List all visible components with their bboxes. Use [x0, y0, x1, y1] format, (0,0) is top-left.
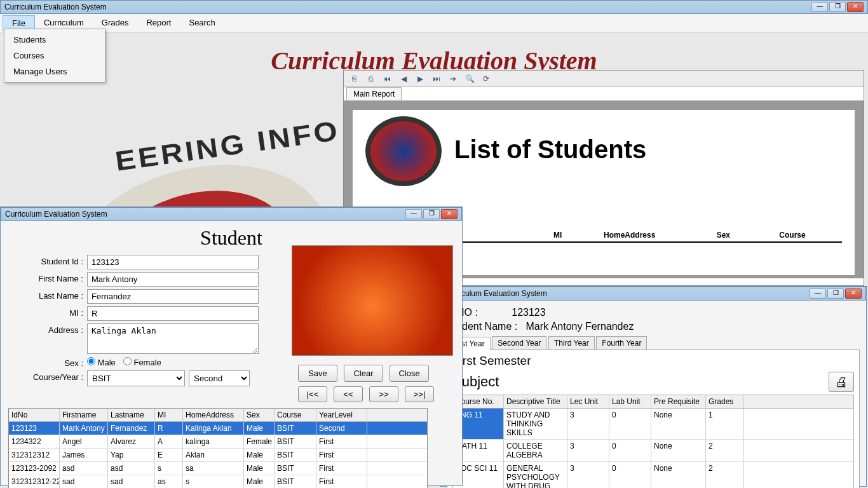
report-tab-main[interactable]: Main Report — [346, 87, 402, 100]
col-sex: Sex — [717, 231, 780, 240]
subject-titlebar: Curriculum Evaluation System — ❐ ✕ — [440, 287, 866, 301]
hdr-course: Course — [275, 409, 316, 421]
minimize-button[interactable]: — — [811, 2, 828, 12]
student-photo — [292, 245, 453, 356]
student-titlebar: Curriculum Evaluation System — ❐ ✕ — [1, 207, 462, 221]
nav-last-icon[interactable]: ⏭ — [431, 74, 442, 84]
label-course-year: Course/Year : — [1, 370, 87, 382]
hdr-homeaddress: HomeAddress — [183, 409, 244, 421]
idno-value: 123123 — [512, 307, 545, 318]
subject-grid-header: Course No. Descriptive Title Lec Unit La… — [453, 395, 853, 409]
year-combo[interactable]: Second — [189, 370, 250, 386]
table-row[interactable]: MATH 11COLLEGE ALGEBRA30None2 — [453, 440, 853, 462]
address-field[interactable]: Kalinga Aklan — [87, 323, 259, 354]
save-button[interactable]: Save — [298, 365, 337, 382]
hdr-idno: IdNo — [9, 409, 60, 421]
print-button[interactable]: 🖨 — [829, 372, 854, 392]
table-row[interactable]: 123123-2092asdasdssaMaleBSITFirst — [9, 462, 427, 475]
refresh-icon[interactable]: ⟳ — [481, 74, 491, 84]
sh-lab: Lab Unit — [609, 395, 651, 408]
student-window: Curriculum Evaluation System — ❐ ✕ Stude… — [0, 207, 463, 486]
table-row[interactable]: 312312312JamesYapEAklanMaleBSITFirst — [9, 449, 427, 462]
printer-icon: 🖨 — [835, 375, 848, 389]
close-form-button[interactable]: Close — [390, 365, 429, 382]
menu-manage-users[interactable]: Manage Users — [4, 64, 105, 79]
subject-close-button[interactable]: ✕ — [845, 288, 862, 299]
semester-box: First Semester Subject 🖨 Course No. Desc… — [447, 350, 860, 488]
hdr-lastname: Lastname — [108, 409, 155, 421]
label-student-id: Student Id : — [1, 255, 87, 266]
table-row[interactable]: 1234322AngelAlvarezAkalingaFemaleBSITFir… — [9, 435, 427, 449]
nav-last-button[interactable]: >>| — [405, 386, 434, 402]
file-dropdown: Students Courses Manage Users — [4, 29, 105, 83]
nav-prev-icon[interactable]: ◀ — [398, 74, 409, 84]
tab-second-year[interactable]: Second Year — [492, 336, 546, 349]
clear-button[interactable]: Clear — [344, 365, 383, 382]
menu-report[interactable]: Report — [137, 15, 180, 31]
main-titlebar: Curriculum Evaluation System — ❐ ✕ — [0, 0, 868, 14]
col-course: Course — [779, 231, 842, 240]
menu-search[interactable]: Search — [180, 15, 224, 31]
nav-first-button[interactable]: |<< — [298, 386, 327, 402]
report-logo — [365, 116, 442, 186]
label-mi: MI : — [1, 306, 87, 318]
first-name-field[interactable] — [87, 272, 259, 287]
nav-next-icon[interactable]: ▶ — [415, 74, 425, 84]
label-sex: Sex : — [1, 356, 87, 368]
student-grid-header: IdNo Firstname Lastname MI HomeAddress S… — [9, 409, 427, 422]
student-name-value: Mark Antony Fernandez — [526, 321, 634, 332]
hdr-yearlevel: YearLevel — [316, 409, 367, 421]
student-id-field[interactable] — [87, 255, 259, 269]
label-last-name: Last Name : — [1, 289, 87, 301]
student-close-button[interactable]: ✕ — [441, 209, 458, 219]
table-row[interactable]: ENG 11STUDY AND THINKING SKILLS30None1 — [453, 409, 853, 440]
student-minimize-button[interactable]: — — [405, 209, 422, 219]
course-combo[interactable]: BSIT — [87, 370, 185, 386]
year-tabs: First Year Second Year Third Year Fourth… — [447, 336, 860, 350]
hdr-mi: MI — [155, 409, 183, 421]
menu-students[interactable]: Students — [4, 32, 105, 48]
col-homeaddress: HomeAddress — [604, 231, 717, 240]
goto-icon[interactable]: ➔ — [448, 74, 458, 84]
semester-title: First Semester — [452, 353, 854, 372]
subject-grid[interactable]: Course No. Descriptive Title Lec Unit La… — [452, 395, 854, 488]
student-grid[interactable]: IdNo Firstname Lastname MI HomeAddress S… — [8, 408, 428, 488]
label-first-name: First Name : — [1, 272, 87, 283]
label-address: Address : — [1, 323, 87, 335]
table-row[interactable]: 123123Mark AntonyFernandezRKalinga Aklan… — [9, 422, 427, 435]
print-icon[interactable]: ⎙ — [365, 74, 376, 84]
tab-fourth-year[interactable]: Fourth Year — [596, 336, 647, 349]
sh-grades: Grades — [706, 395, 744, 408]
sh-lec: Lec Unit — [567, 395, 609, 408]
nav-next-button[interactable]: >> — [369, 386, 398, 402]
subject-window: Curriculum Evaluation System — ❐ ✕ IDNO … — [440, 286, 867, 487]
sh-prereq: Pre Requisite — [651, 395, 706, 408]
student-maximize-button[interactable]: ❐ — [423, 209, 440, 219]
radio-male[interactable] — [87, 357, 95, 365]
export-icon[interactable]: ⎘ — [349, 74, 359, 84]
radio-female-label: Female — [133, 358, 161, 367]
last-name-field[interactable] — [87, 289, 259, 304]
subject-maximize-button[interactable]: ❐ — [827, 288, 844, 299]
nav-first-icon[interactable]: ⏮ — [382, 74, 392, 84]
report-toolbar: ⎘ ⎙ ⏮ ◀ ▶ ⏭ ➔ 🔍 ⟳ — [344, 71, 864, 87]
menu-courses[interactable]: Courses — [4, 48, 105, 64]
close-button[interactable]: ✕ — [847, 2, 864, 12]
main-window-title: Curriculum Evaluation System — [4, 3, 107, 11]
find-icon[interactable]: 🔍 — [465, 74, 475, 84]
sh-title: Descriptive Title — [504, 395, 567, 408]
student-window-title: Curriculum Evaluation System — [5, 210, 107, 219]
nav-prev-button[interactable]: << — [334, 386, 363, 402]
col-mi: MI — [553, 231, 604, 240]
table-row[interactable]: 312312312-22sadsadassMaleBSITFirst — [9, 475, 427, 488]
radio-male-label: Male — [98, 358, 116, 367]
subject-minimize-button[interactable]: — — [810, 288, 826, 299]
maximize-button[interactable]: ❐ — [829, 2, 846, 12]
menubar: File Curriculum Grades Report Search — [0, 14, 868, 33]
hdr-sex: Sex — [244, 409, 275, 421]
tab-third-year[interactable]: Third Year — [548, 336, 595, 349]
hdr-firstname: Firstname — [60, 409, 108, 421]
mi-field[interactable] — [87, 306, 259, 321]
table-row[interactable]: SOC SCI 11GENERAL PSYCHOLOGY WITH DRUG30… — [453, 462, 853, 488]
radio-female[interactable] — [123, 357, 132, 365]
